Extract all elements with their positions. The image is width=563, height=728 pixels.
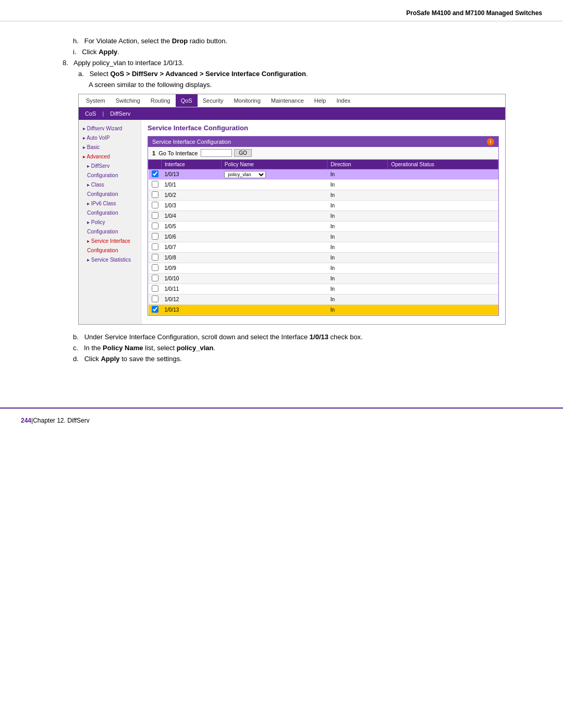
row-checkbox[interactable]	[152, 275, 158, 281]
row-checkbox[interactable]	[152, 223, 158, 229]
row-status	[388, 253, 498, 263]
row-checkbox-cell[interactable]	[149, 263, 162, 274]
row-interface: 1/0/13	[162, 169, 222, 180]
sidebar-diffserv-wizard[interactable]: ▸ Diffserv Wizard	[81, 124, 139, 133]
step-c: c. In the Policy Name list, select polic…	[73, 344, 521, 352]
row-checkbox-cell[interactable]	[149, 232, 162, 242]
policy-select[interactable]: policy_vlan	[224, 171, 266, 178]
table-body: 1/0/13policy_vlanIn1/0/1In1/0/2In1/0/3In…	[149, 169, 498, 315]
nav-qos[interactable]: QoS	[176, 94, 198, 107]
sidebar-service-stats[interactable]: ▸ Service Statistics	[85, 255, 139, 265]
nav-security[interactable]: Security	[198, 94, 229, 107]
sidebar-diffserv[interactable]: ▸ DiffServ	[85, 162, 139, 171]
main-layout: ▸ Diffserv Wizard ▸ Auto VoIP ▸ Basic ▸ …	[79, 120, 505, 324]
row-checkbox-cell[interactable]	[149, 294, 162, 305]
subnav-cos[interactable]: CoS	[83, 109, 98, 118]
row-checkbox[interactable]	[152, 233, 158, 240]
sidebar-class[interactable]: ▸ Class	[85, 180, 139, 190]
nav-help[interactable]: Help	[309, 94, 332, 107]
row-checkbox-cell[interactable]	[149, 274, 162, 284]
row-checkbox[interactable]	[152, 202, 158, 208]
row-checkbox[interactable]	[152, 243, 158, 250]
row-checkbox[interactable]	[152, 191, 158, 198]
row-checkbox[interactable]	[152, 212, 158, 219]
table-row: 1/0/9In	[149, 263, 498, 274]
nav-index[interactable]: Index	[331, 94, 356, 107]
nav-switching[interactable]: Switching	[111, 94, 145, 107]
row-checkbox-cell[interactable]	[149, 242, 162, 253]
row-direction: In	[327, 294, 388, 305]
row-policy[interactable]: policy_vlan	[221, 169, 327, 180]
row-checkbox-cell[interactable]	[149, 169, 162, 180]
table-row: 1/0/10In	[149, 274, 498, 284]
row-policy	[221, 242, 327, 253]
row-interface: 1/0/2	[162, 190, 222, 201]
step-a-prefix: a.	[78, 70, 84, 78]
row-checkbox[interactable]	[152, 295, 158, 302]
row-checkbox-cell[interactable]	[149, 305, 162, 315]
sidebar-class-config[interactable]: Configuration	[85, 190, 139, 199]
sidebar-policy-config[interactable]: Configuration	[85, 227, 139, 237]
row-policy	[221, 294, 327, 305]
step-b-bold: 1/0/13	[310, 333, 328, 341]
table-row: 1/0/8In	[149, 253, 498, 263]
row-direction: In	[327, 190, 388, 201]
row-checkbox[interactable]	[152, 170, 158, 177]
step-d: d. Click Apply to save the settings.	[73, 355, 521, 363]
row-checkbox-cell[interactable]	[149, 190, 162, 201]
sub-nav: CoS | DiffServ	[79, 107, 505, 120]
row-interface: 1/0/13	[162, 305, 222, 315]
nav-routing[interactable]: Routing	[145, 94, 176, 107]
row-interface: 1/0/1	[162, 180, 222, 190]
row-interface: 1/0/7	[162, 242, 222, 253]
row-interface: 1/0/5	[162, 221, 222, 232]
row-interface: 1/0/10	[162, 274, 222, 284]
nav-monitoring[interactable]: Monitoring	[228, 94, 265, 107]
row-policy	[221, 253, 327, 263]
row-checkbox-cell[interactable]	[149, 201, 162, 211]
table-row: 1/0/11In	[149, 284, 498, 294]
subnav-diffserv[interactable]: DiffServ	[108, 109, 132, 118]
row-policy	[221, 263, 327, 274]
sidebar-ipv6-config[interactable]: Configuration	[85, 208, 139, 218]
row-checkbox-cell[interactable]	[149, 180, 162, 190]
table-row: 1/0/2In	[149, 190, 498, 201]
row-direction: In	[327, 242, 388, 253]
row-interface: 1/0/11	[162, 284, 222, 294]
sidebar-policy[interactable]: ▸ Policy	[85, 218, 139, 227]
nav-system[interactable]: System	[81, 94, 111, 107]
row-interface: 1/0/3	[162, 201, 222, 211]
step-c-prefix: c.	[73, 344, 78, 352]
row-direction: In	[327, 201, 388, 211]
sidebar-service-config[interactable]: Configuration	[85, 246, 139, 255]
goto-input[interactable]	[201, 149, 232, 157]
row-interface: 1/0/6	[162, 232, 222, 242]
row-status	[388, 284, 498, 294]
row-direction: In	[327, 305, 388, 315]
row-checkbox-cell[interactable]	[149, 253, 162, 263]
sidebar-diffserv-config[interactable]: Configuration	[85, 171, 139, 180]
sub-text-content: A screen similar to the following displa…	[89, 81, 212, 89]
sidebar-ipv6-class[interactable]: ▸ IPv6 Class	[85, 199, 139, 208]
step-h-text-start: For Violate Action, select the	[84, 37, 172, 45]
row-status	[388, 221, 498, 232]
row-checkbox-cell[interactable]	[149, 221, 162, 232]
inner-box-title: Service Interface Configuration	[152, 139, 231, 145]
goto-button[interactable]: GO	[234, 149, 252, 157]
step-i-bold: Apply	[99, 48, 117, 56]
sidebar-auto-voip[interactable]: ▸ Auto VoIP	[81, 133, 139, 143]
sidebar-advanced[interactable]: ▸ Advanced	[81, 152, 139, 162]
row-checkbox-cell[interactable]	[149, 211, 162, 221]
sidebar-service-interface[interactable]: ▸ Service Interface	[85, 237, 139, 246]
row-checkbox-cell[interactable]	[149, 284, 162, 294]
row-checkbox[interactable]	[152, 306, 158, 313]
nav-maintenance[interactable]: Maintenance	[266, 94, 309, 107]
row-checkbox[interactable]	[152, 285, 158, 292]
row-policy	[221, 305, 327, 315]
row-interface: 1/0/12	[162, 294, 222, 305]
sidebar-basic[interactable]: ▸ Basic	[81, 143, 139, 152]
row-policy	[221, 221, 327, 232]
row-checkbox[interactable]	[152, 181, 158, 188]
row-checkbox[interactable]	[152, 254, 158, 261]
row-checkbox[interactable]	[152, 264, 158, 271]
